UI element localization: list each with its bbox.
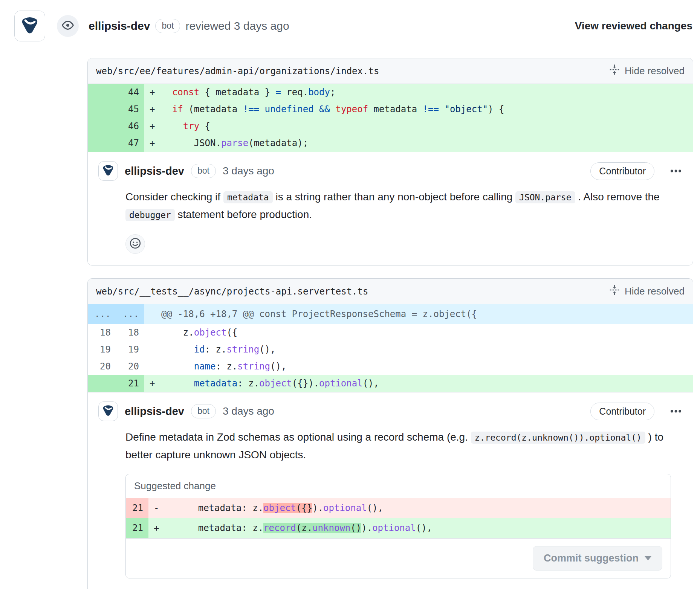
suggestion-added-line: 21 + metadata: z.record(z.unknown()).opt…: [126, 518, 671, 538]
review-header: ellipsis-dev bot reviewed 3 days ago Vie…: [0, 0, 700, 41]
new-line-number: 21: [116, 375, 144, 392]
diff-line: 20 20 name: z.string(),: [88, 358, 693, 375]
suggestion-footer: Commit suggestion: [126, 538, 671, 578]
review-comment-card: web/src/__tests__/async/projects-api.ser…: [87, 278, 693, 589]
diff-line: 44 + const { metadata } = req.body;: [88, 84, 693, 101]
diff-line: 46 + try {: [88, 118, 693, 135]
old-line-number: [88, 135, 116, 152]
avatar[interactable]: [14, 11, 45, 41]
old-line-number: [88, 101, 116, 118]
fold-icon: [609, 64, 620, 78]
file-path-link[interactable]: web/src/ee/features/admin-api/organizati…: [96, 66, 379, 76]
commit-suggestion-button[interactable]: Commit suggestion: [533, 546, 662, 571]
old-line-number: ...: [88, 304, 116, 324]
bot-badge: bot: [191, 404, 216, 418]
view-reviewed-changes-link[interactable]: View reviewed changes: [575, 20, 692, 32]
diff-marker: +: [144, 118, 161, 135]
old-line-number: 20: [88, 358, 116, 375]
hide-resolved-button[interactable]: Hide resolved: [609, 64, 685, 78]
timeline-line: [67, 0, 69, 589]
code-line: if (metadata !== undefined && typeof met…: [161, 101, 693, 118]
new-line-number: 44: [116, 84, 144, 101]
caret-down-icon: [645, 556, 651, 560]
suggestion-diff: 21 - metadata: z.object({}).optional(), …: [126, 498, 671, 538]
comment-body: Consider checking if metadata is a strin…: [125, 188, 682, 224]
smiley-icon: [129, 237, 141, 251]
line-number: 21: [126, 518, 148, 538]
old-line-number: [88, 118, 116, 135]
comment-body: Define metadata in Zod schemas as option…: [125, 429, 682, 463]
code-line: z.object({: [161, 324, 693, 341]
new-line-number: ...: [116, 304, 144, 324]
old-line-number: 19: [88, 341, 116, 358]
diff-marker: [144, 304, 161, 324]
hunk-header-line: ... ... @@ -18,6 +18,7 @@ const ProjectR…: [88, 304, 693, 324]
code-line: name: z.string(),: [161, 358, 693, 375]
avatar[interactable]: [98, 161, 118, 181]
suggestion-deleted-line: 21 - metadata: z.object({}).optional(),: [126, 498, 671, 518]
diff-marker: [144, 341, 161, 358]
suggested-change-title: Suggested change: [126, 474, 671, 498]
diff-block: ... ... @@ -18,6 +18,7 @@ const ProjectR…: [88, 304, 693, 392]
bot-badge: bot: [155, 19, 180, 33]
avatar[interactable]: [98, 401, 118, 421]
kebab-menu-button[interactable]: [669, 405, 682, 418]
diff-marker: +: [144, 84, 161, 101]
comment-author[interactable]: ellipsis-dev: [125, 165, 184, 177]
old-line-number: [88, 375, 116, 392]
code-line: try {: [161, 118, 693, 135]
code-line: const { metadata } = req.body;: [161, 84, 693, 101]
code-line: metadata: z.object({}).optional(),: [161, 375, 693, 392]
review-comment-card: web/src/ee/features/admin-api/organizati…: [87, 58, 693, 266]
review-title: ellipsis-dev bot reviewed 3 days ago: [89, 19, 289, 33]
contributor-badge: Contributor: [590, 162, 654, 180]
comment-header: ellipsis-dev bot 3 days ago Contributor: [98, 161, 682, 181]
ellipsis-logo-icon: [101, 163, 115, 179]
diff-marker: +: [144, 135, 161, 152]
comment-timestamp[interactable]: 3 days ago: [223, 405, 274, 417]
comment: ellipsis-dev bot 3 days ago Contributor …: [88, 152, 693, 265]
diff-line: 45 + if (metadata !== undefined && typeo…: [88, 101, 693, 118]
comment-header: ellipsis-dev bot 3 days ago Contributor: [98, 401, 682, 421]
file-header: web/src/__tests__/async/projects-api.ser…: [88, 279, 693, 304]
diff-block: 44 + const { metadata } = req.body; 45 +…: [88, 84, 693, 152]
review-author[interactable]: ellipsis-dev: [89, 20, 150, 32]
new-line-number: 19: [116, 341, 144, 358]
kebab-menu-button[interactable]: [669, 165, 682, 177]
new-line-number: 45: [116, 101, 144, 118]
diff-marker: +: [144, 375, 161, 392]
ellipsis-logo-icon: [19, 14, 41, 38]
code-line: metadata: z.object({}).optional(),: [165, 498, 671, 518]
code-line: JSON.parse(metadata);: [161, 135, 693, 152]
diff-line: 18 18 z.object({: [88, 324, 693, 341]
line-number: 21: [126, 498, 148, 518]
contributor-badge: Contributor: [590, 403, 654, 420]
diff-line: 47 + JSON.parse(metadata);: [88, 135, 693, 152]
new-line-number: 47: [116, 135, 144, 152]
hide-resolved-button[interactable]: Hide resolved: [609, 284, 685, 298]
ellipsis-logo-icon: [101, 403, 115, 419]
diff-marker: [144, 324, 161, 341]
eye-icon: [62, 19, 74, 33]
hide-resolved-label: Hide resolved: [625, 285, 685, 297]
diff-line: 19 19 id: z.string(),: [88, 341, 693, 358]
new-line-number: 20: [116, 358, 144, 375]
file-path-link[interactable]: web/src/__tests__/async/projects-api.ser…: [96, 286, 368, 297]
old-line-number: [88, 84, 116, 101]
bot-badge: bot: [191, 164, 216, 178]
hunk-header-text: @@ -18,6 +18,7 @@ const ProjectResponseS…: [161, 304, 693, 324]
fold-icon: [609, 284, 620, 298]
comment-timestamp[interactable]: 3 days ago: [223, 165, 274, 177]
diff-marker: [144, 358, 161, 375]
comment: ellipsis-dev bot 3 days ago Contributor …: [88, 392, 693, 589]
hide-resolved-label: Hide resolved: [625, 65, 685, 77]
add-reaction-button[interactable]: [125, 234, 145, 254]
code-line: metadata: z.record(z.unknown()).optional…: [165, 518, 671, 538]
code-line: id: z.string(),: [161, 341, 693, 358]
file-header: web/src/ee/features/admin-api/organizati…: [88, 58, 693, 84]
diff-line: 21 + metadata: z.object({}).optional(),: [88, 375, 693, 392]
comment-author[interactable]: ellipsis-dev: [125, 405, 184, 418]
review-eye-badge: [57, 15, 79, 37]
diff-marker: +: [144, 101, 161, 118]
suggested-change-block: Suggested change 21 - metadata: z.object…: [125, 474, 671, 578]
